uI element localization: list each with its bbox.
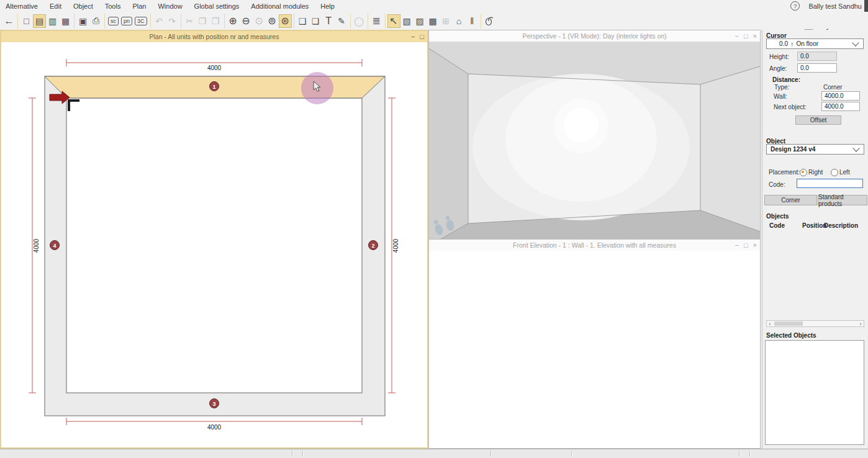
plan-window-titlebar[interactable]: Plan - All units with position nr and me…	[1, 31, 427, 42]
wall-elevation-button[interactable]: ⌂	[453, 14, 466, 28]
print-button[interactable]: ⎙	[89, 14, 102, 28]
menu-item-global-settings[interactable]: Global settings	[194, 2, 240, 10]
objects-section-label: Objects	[766, 213, 789, 220]
measure-button[interactable]: ‖	[466, 14, 479, 28]
plan-window: Plan - All units with position nr and me…	[0, 30, 428, 449]
wall-view-button[interactable]: ▥	[46, 14, 59, 28]
back-button[interactable]: ←	[2, 14, 16, 28]
cursor-mode-dropdown[interactable]: 0.0 ↑ On floor	[766, 38, 864, 49]
pn-button[interactable]: pn	[121, 17, 132, 25]
objects-col-description: Description	[824, 222, 858, 229]
offset-button[interactable]: Offset	[795, 115, 841, 125]
ceiling-light	[564, 108, 599, 143]
code-field[interactable]	[797, 179, 863, 188]
text-button[interactable]: T	[322, 14, 335, 28]
menu-item-plan[interactable]: Plan	[132, 2, 146, 10]
sc-button[interactable]: sc	[108, 17, 119, 25]
plan-view-button[interactable]: □	[20, 14, 33, 28]
cursor-mode-value: On floor	[797, 40, 819, 47]
elevation-window-title: Front Elevation - 1 : Wall - 1. Elevatio…	[513, 241, 676, 249]
perspective-minimize-button[interactable]: −	[735, 33, 738, 40]
standard-products-button[interactable]: Standard products	[818, 195, 867, 205]
copy-button[interactable]: ❐	[196, 14, 209, 28]
svg-text:1: 1	[212, 84, 215, 90]
scrollbar-thumb[interactable]	[774, 321, 803, 326]
paste-button[interactable]: ❒	[209, 14, 222, 28]
elevation-view-button[interactable]: ▤	[33, 14, 46, 28]
note-button[interactable]: ❑	[296, 14, 309, 28]
plan-maximize-button[interactable]: □	[420, 34, 424, 40]
angle-field[interactable]	[797, 63, 837, 73]
elevation-minimize-button[interactable]: −	[735, 242, 738, 249]
menu-item-additional-modules[interactable]: Additional modules	[251, 2, 309, 10]
menu-item-window[interactable]: Window	[158, 2, 182, 10]
redo-button[interactable]: ↷	[166, 14, 179, 28]
save-button[interactable]: ▣	[76, 14, 89, 28]
next-object-field[interactable]	[821, 102, 860, 111]
chevron-down-icon	[852, 145, 859, 151]
cursor-height-value: 0.0	[767, 40, 788, 47]
dimension-top: 4000	[207, 65, 222, 71]
status-bar	[0, 449, 868, 458]
room-floor[interactable]	[66, 98, 362, 393]
scroll-left-icon[interactable]: ‹	[767, 321, 773, 327]
help-icon[interactable]: ?	[790, 1, 800, 11]
perspective-canvas[interactable]	[429, 42, 760, 238]
menu-item-help[interactable]: Help	[320, 2, 335, 10]
circle-tool-button[interactable]: ◯	[353, 14, 366, 28]
screen-corner-strip	[864, 0, 868, 12]
type-label: Type:	[774, 84, 789, 91]
mouse-icon	[484, 16, 494, 26]
wall-distance-field[interactable]	[821, 91, 860, 101]
menu-item-alternative[interactable]: Alternative	[6, 2, 38, 10]
3c-button[interactable]: 3C	[135, 17, 147, 25]
comment-button[interactable]: ❏	[309, 14, 322, 28]
approve-button[interactable]: ✎	[335, 14, 348, 28]
dimension-right: 4000	[392, 238, 399, 253]
perspective-window-title: Perspective - 1 (VR Mode): Day (interior…	[522, 32, 666, 40]
perspective-window-titlebar[interactable]: Perspective - 1 (VR Mode): Day (interior…	[429, 30, 760, 42]
elevation-canvas[interactable]	[429, 251, 760, 448]
perspective-close-button[interactable]: ×	[753, 33, 757, 40]
hide-wall-a-button[interactable]: ▧	[400, 14, 414, 28]
plan-canvas[interactable]: 4000 4000 4000 4000 1 2 3 4	[1, 42, 427, 447]
menu-item-object[interactable]: Object	[73, 2, 93, 10]
cut-button[interactable]: ✂	[183, 14, 196, 28]
grid-button[interactable]: ⊞	[440, 14, 453, 28]
user-name: Bally test Sandhu	[808, 2, 862, 10]
elevation-close-button[interactable]: ×	[753, 242, 757, 249]
hide-wall-b-button[interactable]: ▨	[414, 14, 427, 28]
placement-right-radio[interactable]	[800, 169, 807, 176]
distance-section-label: Distance:	[772, 76, 800, 83]
zoom-window-button[interactable]: ⊛	[279, 14, 292, 28]
undo-button[interactable]: ↶	[153, 14, 166, 28]
corner-view-button[interactable]: ▦	[59, 14, 72, 28]
zoom-actual-button[interactable]: ⊙	[253, 14, 266, 28]
scroll-right-icon[interactable]: ›	[857, 321, 864, 327]
menu-item-edit[interactable]: Edit	[50, 2, 61, 10]
placement-left-radio[interactable]	[831, 169, 838, 176]
zoom-all-button[interactable]: ⊚	[266, 14, 279, 28]
objects-scrollbar[interactable]: ‹ ›	[766, 320, 864, 327]
zoom-out-button[interactable]: ⊖	[240, 14, 253, 28]
properties-panel: Cursor 0.0 ↑ On floor Height: Angle: Dis…	[762, 30, 868, 449]
plan-minimize-button[interactable]: −	[411, 34, 415, 40]
height-field[interactable]	[797, 52, 837, 61]
code-label: Code:	[769, 181, 785, 188]
hide-wall-c-button[interactable]: ▩	[427, 14, 440, 28]
type-value: Corner	[823, 84, 843, 91]
corner-button[interactable]: Corner	[764, 195, 817, 205]
svg-text:4: 4	[53, 243, 56, 249]
selected-objects-list[interactable]	[765, 340, 864, 445]
mouse-settings-button[interactable]	[483, 14, 496, 28]
elevation-maximize-button[interactable]: □	[744, 242, 748, 249]
zoom-in-button[interactable]: ⊕	[227, 14, 240, 28]
calculate-button[interactable]: ≣	[370, 14, 383, 28]
next-object-label: Next object:	[774, 104, 807, 110]
menu-item-tools[interactable]: Tools	[105, 2, 121, 10]
perspective-maximize-button[interactable]: □	[744, 33, 748, 40]
object-dropdown[interactable]: Design 1234 v4	[766, 144, 864, 155]
plan-drawing: 4000 4000 4000 4000 1 2 3 4	[1, 42, 427, 447]
pointer-button[interactable]: ↖	[387, 14, 400, 28]
elevation-window-titlebar[interactable]: Front Elevation - 1 : Wall - 1. Elevatio…	[429, 240, 760, 251]
